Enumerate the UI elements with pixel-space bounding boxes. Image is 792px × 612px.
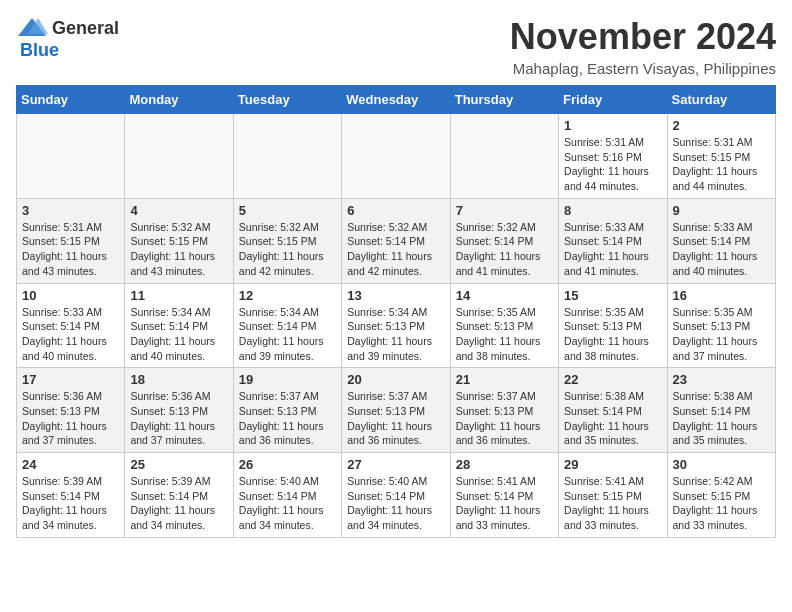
day-info: Sunrise: 5:31 AM Sunset: 5:16 PM Dayligh… — [564, 135, 661, 194]
logo-icon — [16, 16, 48, 40]
title-block: November 2024 Mahaplag, Eastern Visayas,… — [510, 16, 776, 77]
month-title: November 2024 — [510, 16, 776, 58]
day-info: Sunrise: 5:41 AM Sunset: 5:14 PM Dayligh… — [456, 474, 553, 533]
day-number: 28 — [456, 457, 553, 472]
calendar-day: 19Sunrise: 5:37 AM Sunset: 5:13 PM Dayli… — [233, 368, 341, 453]
calendar-day: 9Sunrise: 5:33 AM Sunset: 5:14 PM Daylig… — [667, 198, 775, 283]
calendar-day — [17, 114, 125, 199]
day-number: 17 — [22, 372, 119, 387]
calendar-day: 6Sunrise: 5:32 AM Sunset: 5:14 PM Daylig… — [342, 198, 450, 283]
day-header-wednesday: Wednesday — [342, 86, 450, 114]
day-info: Sunrise: 5:41 AM Sunset: 5:15 PM Dayligh… — [564, 474, 661, 533]
day-number: 7 — [456, 203, 553, 218]
calendar-day: 13Sunrise: 5:34 AM Sunset: 5:13 PM Dayli… — [342, 283, 450, 368]
calendar-day: 21Sunrise: 5:37 AM Sunset: 5:13 PM Dayli… — [450, 368, 558, 453]
day-info: Sunrise: 5:40 AM Sunset: 5:14 PM Dayligh… — [239, 474, 336, 533]
calendar-week-row: 3Sunrise: 5:31 AM Sunset: 5:15 PM Daylig… — [17, 198, 776, 283]
day-info: Sunrise: 5:39 AM Sunset: 5:14 PM Dayligh… — [130, 474, 227, 533]
day-number: 1 — [564, 118, 661, 133]
day-number: 2 — [673, 118, 770, 133]
calendar-day: 3Sunrise: 5:31 AM Sunset: 5:15 PM Daylig… — [17, 198, 125, 283]
day-info: Sunrise: 5:37 AM Sunset: 5:13 PM Dayligh… — [347, 389, 444, 448]
calendar-header-row: SundayMondayTuesdayWednesdayThursdayFrid… — [17, 86, 776, 114]
day-number: 23 — [673, 372, 770, 387]
day-info: Sunrise: 5:34 AM Sunset: 5:14 PM Dayligh… — [130, 305, 227, 364]
calendar-day: 25Sunrise: 5:39 AM Sunset: 5:14 PM Dayli… — [125, 453, 233, 538]
calendar-day: 5Sunrise: 5:32 AM Sunset: 5:15 PM Daylig… — [233, 198, 341, 283]
day-number: 10 — [22, 288, 119, 303]
calendar-week-row: 1Sunrise: 5:31 AM Sunset: 5:16 PM Daylig… — [17, 114, 776, 199]
calendar-day: 22Sunrise: 5:38 AM Sunset: 5:14 PM Dayli… — [559, 368, 667, 453]
day-info: Sunrise: 5:35 AM Sunset: 5:13 PM Dayligh… — [673, 305, 770, 364]
calendar-week-row: 17Sunrise: 5:36 AM Sunset: 5:13 PM Dayli… — [17, 368, 776, 453]
day-header-monday: Monday — [125, 86, 233, 114]
day-info: Sunrise: 5:34 AM Sunset: 5:14 PM Dayligh… — [239, 305, 336, 364]
day-number: 27 — [347, 457, 444, 472]
day-info: Sunrise: 5:36 AM Sunset: 5:13 PM Dayligh… — [130, 389, 227, 448]
calendar-day: 18Sunrise: 5:36 AM Sunset: 5:13 PM Dayli… — [125, 368, 233, 453]
day-info: Sunrise: 5:32 AM Sunset: 5:15 PM Dayligh… — [239, 220, 336, 279]
calendar-day: 8Sunrise: 5:33 AM Sunset: 5:14 PM Daylig… — [559, 198, 667, 283]
calendar-week-row: 10Sunrise: 5:33 AM Sunset: 5:14 PM Dayli… — [17, 283, 776, 368]
day-info: Sunrise: 5:35 AM Sunset: 5:13 PM Dayligh… — [456, 305, 553, 364]
calendar-day: 29Sunrise: 5:41 AM Sunset: 5:15 PM Dayli… — [559, 453, 667, 538]
day-number: 13 — [347, 288, 444, 303]
day-info: Sunrise: 5:39 AM Sunset: 5:14 PM Dayligh… — [22, 474, 119, 533]
calendar-day: 4Sunrise: 5:32 AM Sunset: 5:15 PM Daylig… — [125, 198, 233, 283]
day-info: Sunrise: 5:33 AM Sunset: 5:14 PM Dayligh… — [564, 220, 661, 279]
day-number: 15 — [564, 288, 661, 303]
day-info: Sunrise: 5:32 AM Sunset: 5:14 PM Dayligh… — [456, 220, 553, 279]
day-number: 12 — [239, 288, 336, 303]
logo-blue: Blue — [20, 40, 59, 61]
day-info: Sunrise: 5:36 AM Sunset: 5:13 PM Dayligh… — [22, 389, 119, 448]
day-number: 3 — [22, 203, 119, 218]
day-number: 25 — [130, 457, 227, 472]
calendar-day: 26Sunrise: 5:40 AM Sunset: 5:14 PM Dayli… — [233, 453, 341, 538]
day-info: Sunrise: 5:33 AM Sunset: 5:14 PM Dayligh… — [22, 305, 119, 364]
calendar-day: 30Sunrise: 5:42 AM Sunset: 5:15 PM Dayli… — [667, 453, 775, 538]
calendar-week-row: 24Sunrise: 5:39 AM Sunset: 5:14 PM Dayli… — [17, 453, 776, 538]
day-number: 26 — [239, 457, 336, 472]
calendar-day: 24Sunrise: 5:39 AM Sunset: 5:14 PM Dayli… — [17, 453, 125, 538]
day-number: 29 — [564, 457, 661, 472]
day-info: Sunrise: 5:34 AM Sunset: 5:13 PM Dayligh… — [347, 305, 444, 364]
calendar-day: 14Sunrise: 5:35 AM Sunset: 5:13 PM Dayli… — [450, 283, 558, 368]
day-info: Sunrise: 5:35 AM Sunset: 5:13 PM Dayligh… — [564, 305, 661, 364]
day-header-thursday: Thursday — [450, 86, 558, 114]
day-info: Sunrise: 5:37 AM Sunset: 5:13 PM Dayligh… — [239, 389, 336, 448]
calendar-day: 7Sunrise: 5:32 AM Sunset: 5:14 PM Daylig… — [450, 198, 558, 283]
calendar-day: 10Sunrise: 5:33 AM Sunset: 5:14 PM Dayli… — [17, 283, 125, 368]
day-info: Sunrise: 5:33 AM Sunset: 5:14 PM Dayligh… — [673, 220, 770, 279]
day-header-tuesday: Tuesday — [233, 86, 341, 114]
calendar-day: 2Sunrise: 5:31 AM Sunset: 5:15 PM Daylig… — [667, 114, 775, 199]
location: Mahaplag, Eastern Visayas, Philippines — [510, 60, 776, 77]
day-number: 14 — [456, 288, 553, 303]
day-header-friday: Friday — [559, 86, 667, 114]
calendar-day — [233, 114, 341, 199]
day-number: 16 — [673, 288, 770, 303]
day-number: 5 — [239, 203, 336, 218]
day-number: 20 — [347, 372, 444, 387]
calendar-day: 11Sunrise: 5:34 AM Sunset: 5:14 PM Dayli… — [125, 283, 233, 368]
page-header: General Blue November 2024 Mahaplag, Eas… — [16, 16, 776, 77]
calendar-day: 20Sunrise: 5:37 AM Sunset: 5:13 PM Dayli… — [342, 368, 450, 453]
day-info: Sunrise: 5:38 AM Sunset: 5:14 PM Dayligh… — [564, 389, 661, 448]
day-number: 18 — [130, 372, 227, 387]
calendar-day — [450, 114, 558, 199]
day-header-saturday: Saturday — [667, 86, 775, 114]
day-info: Sunrise: 5:32 AM Sunset: 5:15 PM Dayligh… — [130, 220, 227, 279]
calendar-day: 28Sunrise: 5:41 AM Sunset: 5:14 PM Dayli… — [450, 453, 558, 538]
calendar-day: 16Sunrise: 5:35 AM Sunset: 5:13 PM Dayli… — [667, 283, 775, 368]
calendar-table: SundayMondayTuesdayWednesdayThursdayFrid… — [16, 85, 776, 538]
day-number: 19 — [239, 372, 336, 387]
day-info: Sunrise: 5:32 AM Sunset: 5:14 PM Dayligh… — [347, 220, 444, 279]
day-number: 11 — [130, 288, 227, 303]
day-number: 8 — [564, 203, 661, 218]
calendar-day — [125, 114, 233, 199]
day-number: 22 — [564, 372, 661, 387]
day-number: 6 — [347, 203, 444, 218]
day-number: 9 — [673, 203, 770, 218]
day-number: 4 — [130, 203, 227, 218]
day-header-sunday: Sunday — [17, 86, 125, 114]
calendar-day: 12Sunrise: 5:34 AM Sunset: 5:14 PM Dayli… — [233, 283, 341, 368]
